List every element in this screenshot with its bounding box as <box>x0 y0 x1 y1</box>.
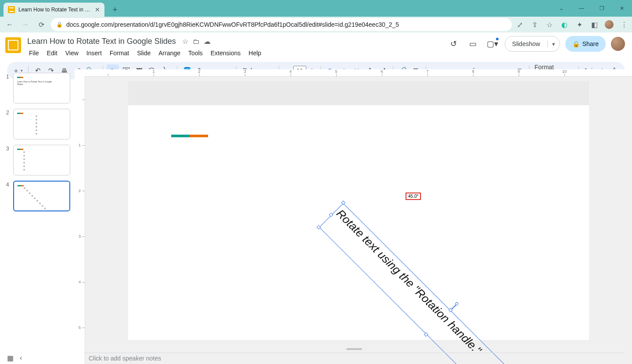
selected-textbox[interactable]: Rotate text using the "Rotation handle." <box>319 203 558 364</box>
menu-extensions[interactable]: Extensions <box>207 48 244 58</box>
sidepanel-icon[interactable]: ◧ <box>590 20 599 29</box>
extensions-icon[interactable]: ✦ <box>575 20 584 29</box>
document-name[interactable]: Learn How to Rotate Text in Google Slide… <box>25 36 178 47</box>
cloud-saved-icon: ☁ <box>204 38 211 45</box>
slide-stage[interactable]: Rotate text using the "Rotation handle."… <box>85 77 632 364</box>
slide-canvas[interactable]: Rotate text using the "Rotation handle."… <box>128 81 589 340</box>
share-button[interactable]: 🔒 Share <box>565 36 606 52</box>
thumb-number: 3 <box>6 145 11 175</box>
filmstrip[interactable]: 1 Learn How to Rotate Text in Google Sli… <box>0 69 75 364</box>
forward-button[interactable]: → <box>19 18 32 31</box>
menu-tools[interactable]: Tools <box>185 48 206 58</box>
account-avatar[interactable] <box>611 37 625 51</box>
canvas-area: 12345678910 12345 Rotate text using the … <box>75 69 632 364</box>
rotation-angle-indicator: 45.0° <box>406 193 421 200</box>
menu-view[interactable]: View <box>62 48 82 58</box>
slide-thumbnail-2[interactable] <box>13 109 70 139</box>
close-tab-icon[interactable]: ✕ <box>95 6 100 13</box>
back-button[interactable]: ← <box>4 18 16 31</box>
window-controls: ⌄ ― ❐ ✕ <box>551 0 632 17</box>
url-field[interactable]: 🔒 docs.google.com/presentation/d/1grvE0g… <box>51 18 512 31</box>
browser-titlebar: Learn How to Rotate Text in Goo ✕ + ⌄ ― … <box>0 0 632 17</box>
slides-logo[interactable] <box>5 37 21 53</box>
share-label: Share <box>582 40 599 47</box>
bookmark-icon[interactable]: ☆ <box>545 20 554 29</box>
history-icon[interactable]: ↺ <box>447 37 461 51</box>
chrome-menu-icon[interactable]: ⋮ <box>620 20 628 29</box>
slideshow-label: Slideshow <box>505 40 547 47</box>
share-page-icon[interactable]: ⇪ <box>530 20 539 29</box>
slide-thumbnail-1[interactable]: Learn How to Rotate Text in Google Slide… <box>13 73 70 103</box>
zoom-icon[interactable]: ⤢ <box>515 20 524 29</box>
menu-help[interactable]: Help <box>245 48 265 58</box>
thumb-number: 4 <box>6 181 11 211</box>
menu-arrange[interactable]: Arrange <box>155 48 184 58</box>
star-icon[interactable]: ☆ <box>182 38 188 45</box>
browser-tab[interactable]: Learn How to Rotate Text in Goo ✕ <box>4 3 104 17</box>
browser-address-bar: ← → ⟳ 🔒 docs.google.com/presentation/d/1… <box>0 17 632 32</box>
window-chevron-icon[interactable]: ⌄ <box>551 0 571 17</box>
menu-insert[interactable]: Insert <box>83 48 105 58</box>
grid-view-icon[interactable]: ▦ <box>7 354 14 362</box>
thumb-number: 2 <box>6 109 11 139</box>
comments-icon[interactable]: ▭ <box>466 37 480 51</box>
speaker-notes[interactable]: Click to add speaker notes <box>83 353 625 364</box>
menu-slide[interactable]: Slide <box>133 48 154 58</box>
move-folder-icon[interactable]: 🗀 <box>193 38 200 45</box>
slideshow-button[interactable]: Slideshow ▾ <box>505 36 560 52</box>
speaker-notes-resizer[interactable] <box>83 348 625 353</box>
thumb-number: 1 <box>6 73 11 103</box>
workspace: 1 Learn How to Rotate Text in Google Sli… <box>0 69 632 364</box>
collapse-filmstrip-icon[interactable]: ‹ <box>20 354 22 362</box>
slide-thumbnail-4[interactable] <box>13 181 70 211</box>
lock-icon: 🔒 <box>56 21 63 28</box>
lock-share-icon: 🔒 <box>572 40 580 47</box>
menu-bar: File Edit View Insert Format Slide Arran… <box>25 48 265 58</box>
url-text: docs.google.com/presentation/d/1grvE0gjh… <box>66 21 399 28</box>
tab-title: Learn How to Rotate Text in Goo <box>18 7 91 13</box>
slides-favicon <box>8 6 15 13</box>
ruler-vertical: 12345 <box>75 77 85 364</box>
window-minimize-icon[interactable]: ― <box>571 0 592 17</box>
slide-thumbnail-3[interactable] <box>13 145 70 175</box>
menu-format[interactable]: Format <box>106 48 133 58</box>
menu-file[interactable]: File <box>25 48 43 58</box>
window-close-icon[interactable]: ✕ <box>612 0 632 17</box>
menu-edit[interactable]: Edit <box>43 48 61 58</box>
meet-icon[interactable]: ▢▾ <box>485 37 499 51</box>
slide-header-band <box>128 81 589 105</box>
slideshow-dropdown-icon[interactable]: ▾ <box>547 41 560 47</box>
reload-button[interactable]: ⟳ <box>35 18 47 31</box>
new-tab-button[interactable]: + <box>109 4 121 16</box>
bottom-left-controls: ▦ ‹ <box>7 354 22 362</box>
slides-header: Learn How to Rotate Text in Google Slide… <box>0 32 632 58</box>
extension-grammarly-icon[interactable]: ◐ <box>560 20 569 29</box>
ruler-horizontal: 12345678910 <box>85 69 632 77</box>
profile-avatar[interactable] <box>605 20 614 29</box>
window-maximize-icon[interactable]: ❐ <box>592 0 612 17</box>
textbox-text[interactable]: Rotate text using the "Rotation handle." <box>323 207 554 364</box>
accent-bar <box>171 135 208 137</box>
